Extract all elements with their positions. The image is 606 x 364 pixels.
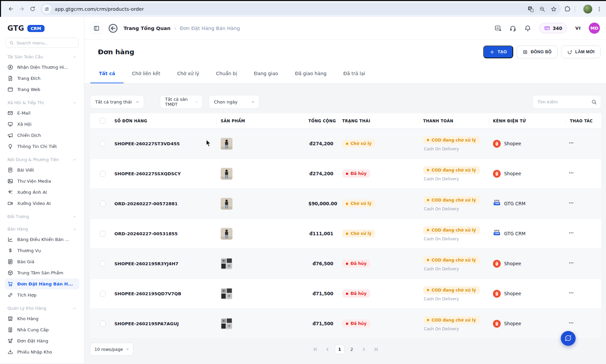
sidebar-item[interactable]: Xưởng Ảnh AI [5, 187, 79, 198]
browser-profile-avatar[interactable] [583, 4, 593, 14]
bookmark-star-icon[interactable] [551, 6, 557, 12]
sync-button[interactable]: ĐỒNG BỘ [517, 46, 558, 58]
product-thumbnail[interactable] [221, 288, 232, 300]
tab[interactable]: Tất cả [90, 64, 123, 83]
product-thumbnail[interactable] [221, 168, 232, 180]
status-filter-dropdown[interactable]: Tất cả trạng thái [90, 95, 144, 109]
row-actions-button[interactable] [569, 320, 576, 326]
row-checkbox[interactable] [100, 261, 106, 267]
notifications-bell-icon[interactable] [524, 25, 531, 32]
tab[interactable]: Chờ liên kết [123, 64, 169, 83]
support-headset-icon[interactable] [509, 25, 516, 32]
zoom-icon[interactable] [539, 6, 545, 12]
credits-badge[interactable]: 340 [539, 23, 567, 33]
next-page-button[interactable] [359, 344, 369, 354]
row-checkbox[interactable] [100, 231, 106, 237]
browser-menu-icon[interactable] [597, 6, 602, 12]
site-info-button[interactable] [42, 4, 51, 13]
page-number[interactable]: 1 [335, 344, 345, 354]
user-avatar[interactable]: MD [589, 23, 600, 34]
row-checkbox[interactable] [100, 141, 106, 147]
browser-reload-button[interactable] [27, 4, 38, 14]
last-page-button[interactable] [371, 344, 381, 354]
product-thumbnail[interactable] [221, 228, 232, 240]
sidebar-item[interactable]: Trang Web [5, 84, 79, 95]
language-switcher[interactable]: VI [575, 26, 581, 31]
sidebar-item[interactable]: Báo Giá [5, 256, 79, 267]
first-page-button[interactable] [310, 344, 321, 354]
table-search[interactable] [532, 95, 601, 109]
tab[interactable]: Đã giao hàng [286, 64, 335, 83]
channel-filter-dropdown[interactable]: Tất cả sàn TMĐT [160, 95, 203, 109]
row-actions-button[interactable] [569, 230, 576, 236]
sidebar-section-header[interactable]: Đối Tượng [5, 209, 79, 221]
back-button[interactable] [108, 23, 118, 33]
product-thumbnail[interactable] [221, 258, 232, 270]
table-search-input[interactable] [538, 99, 588, 104]
order-number[interactable]: SHOPEE-260227SSXQDSCY [110, 171, 216, 176]
row-checkbox[interactable] [100, 291, 106, 297]
row-actions-button[interactable] [569, 260, 576, 266]
sidebar-item[interactable]: Kho Hàng [5, 313, 79, 324]
sidebar-toggle-button[interactable] [90, 22, 103, 34]
sidebar-section-header[interactable]: Xã Hội & Tiếp Thị [5, 95, 79, 108]
ai-image-icon[interactable]: AI [495, 25, 501, 32]
row-checkbox[interactable] [100, 171, 106, 177]
sidebar-item[interactable]: Tích Hợp [5, 290, 79, 301]
sidebar-item[interactable]: Phiếu Nhập Kho [5, 346, 79, 358]
search-icon[interactable] [591, 99, 597, 105]
order-number[interactable]: SHOPEE-2602195QD7V7QB [110, 291, 216, 296]
order-number[interactable]: SHOPEE-2602195PA7AGUJ [110, 321, 216, 326]
tab[interactable]: Đã trả lại [335, 64, 374, 83]
prev-page-button[interactable] [323, 344, 333, 354]
menu-search-input[interactable] [17, 40, 75, 46]
order-number[interactable]: SHOPEE-260227ST3VD455 [110, 141, 216, 146]
sidebar-section-header[interactable]: Tài Sản Toàn Cầu [5, 49, 79, 62]
row-checkbox[interactable] [100, 321, 106, 327]
sidebar-section-header[interactable]: Quản Lý Kho Hàng [5, 301, 79, 313]
product-thumbnail[interactable] [221, 138, 232, 150]
sidebar-item[interactable]: Chiến Dịch [5, 130, 79, 141]
sidebar-item[interactable]: Thư Viện Media [5, 176, 79, 187]
date-filter-dropdown[interactable]: Chọn ngày [209, 95, 259, 109]
order-number[interactable]: SHOPEE-2602195R3YJ4H7 [110, 261, 216, 266]
row-actions-button[interactable] [569, 170, 576, 176]
order-number[interactable]: ORD-20260227-00531855 [110, 231, 216, 236]
sidebar-item[interactable]: Thông Tin Chi Tiết [5, 141, 79, 152]
sidebar-item[interactable]: Đơn Đặt Hàng [5, 335, 79, 346]
translate-icon[interactable]: G文 [528, 6, 534, 12]
rows-per-page-select[interactable]: 10 rows/page [90, 343, 133, 356]
sidebar-item[interactable]: Bảng Điều Khiển Bán ... [5, 234, 79, 245]
sidebar-item[interactable]: Nhà Cung Cấp [5, 324, 79, 335]
sidebar-item[interactable]: Xưởng Video AI [5, 198, 79, 209]
sidebar-section-header[interactable]: Bán Hàng [5, 221, 79, 234]
sidebar-item[interactable]: Đơn Đặt Hàng Bán H... [5, 278, 79, 290]
row-actions-button[interactable] [569, 140, 576, 146]
sidebar-item[interactable]: Nhận Diện Thương Hi... [5, 62, 79, 73]
refresh-button[interactable]: LÀM MỚI [561, 46, 601, 58]
sidebar-item[interactable]: $Thương Vụ [5, 245, 79, 256]
row-checkbox[interactable] [100, 201, 106, 207]
row-actions-button[interactable] [569, 290, 576, 296]
tab[interactable]: Đang giao [246, 64, 287, 83]
page-number[interactable]: 2 [347, 344, 357, 354]
browser-back-button[interactable] [5, 4, 16, 14]
address-bar[interactable]: app.gtgcrm.com/crm/products-order G文 [40, 3, 561, 15]
tab[interactable]: Chờ xử lý [169, 64, 208, 83]
browser-forward-button[interactable] [16, 4, 27, 14]
app-logo[interactable]: GTG CRM [5, 23, 79, 38]
select-all-checkbox[interactable] [100, 118, 106, 124]
sidebar-item[interactable]: Bài Viết [5, 164, 79, 176]
sidebar-section-header[interactable]: Nội Dung & Phương Tiện [5, 152, 79, 164]
order-number[interactable]: ORD-20260227-00572881 [110, 201, 216, 206]
sidebar-item[interactable]: Xã Hội [5, 119, 79, 130]
extensions-icon[interactable] [564, 6, 571, 12]
sidebar-item[interactable]: E-Mail [5, 108, 79, 119]
breadcrumb-root[interactable]: Trang Tổng Quan [123, 26, 170, 31]
sidebar-item[interactable]: Trang Đích [5, 73, 79, 84]
product-thumbnail[interactable] [221, 198, 232, 210]
row-actions-button[interactable] [569, 200, 576, 206]
chat-fab-button[interactable] [561, 331, 576, 346]
create-button[interactable]: TẠO [483, 46, 513, 58]
product-thumbnail[interactable] [221, 318, 232, 330]
